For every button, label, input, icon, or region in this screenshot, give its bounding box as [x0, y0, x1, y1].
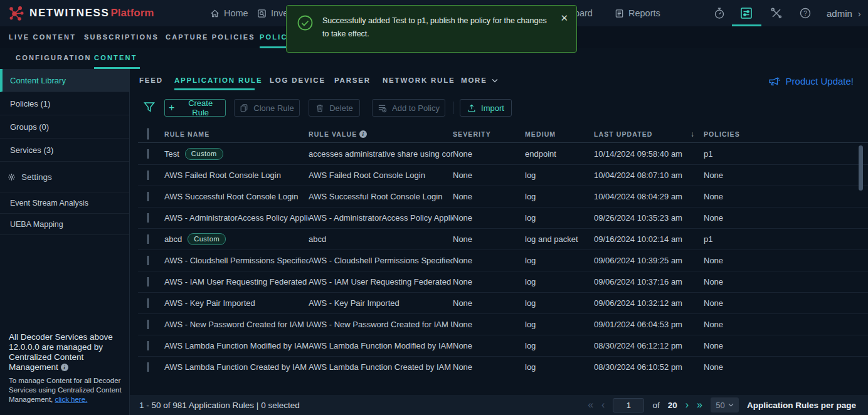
rule-name: AWS - New Password Created for IAM User [164, 320, 309, 329]
nav-home[interactable]: Home [210, 0, 248, 26]
filter-icon[interactable] [143, 102, 156, 113]
tab-log-device[interactable]: LOG DEVICE [270, 71, 326, 90]
rule-medium: log [525, 320, 594, 329]
sidebar-item-event-stream-analysis[interactable]: Event Stream Analysis [0, 192, 129, 214]
click-here-link[interactable]: click here. [55, 396, 88, 403]
rule-medium: log [525, 362, 594, 372]
help-icon[interactable]: ? [798, 0, 812, 26]
reports-icon [615, 9, 624, 18]
row-checkbox[interactable] [147, 171, 149, 180]
row-checkbox[interactable] [147, 213, 149, 223]
rule-medium: log [525, 213, 594, 223]
col-policies[interactable]: POLICIES [704, 130, 868, 138]
table-row[interactable]: AWS - AdministratorAccess Policy Applied… [138, 208, 868, 229]
page-size-select[interactable]: 50 [711, 397, 739, 412]
user-menu-admin[interactable]: admin › [827, 0, 861, 26]
nav-reports[interactable]: Reports [615, 0, 660, 26]
success-toast: Successfully added Test to p1, publish t… [286, 5, 577, 53]
import-button[interactable]: Import [460, 99, 512, 117]
rule-name: Test [164, 149, 179, 159]
tab-application-rule[interactable]: APPLICATION RULE [174, 71, 262, 90]
nav-content[interactable]: CONTENT [94, 48, 137, 69]
table-row[interactable]: AWS - Cloudshell Permissions Specified i… [138, 250, 868, 271]
nav-live-content[interactable]: LIVE CONTENT [9, 26, 76, 48]
page-number-input[interactable] [613, 398, 644, 412]
clone-rule-button[interactable]: Clone Rule [234, 99, 300, 117]
nav-configuration[interactable]: CONFIGURATION [16, 48, 92, 69]
chevron-down-icon [728, 403, 734, 407]
row-checkbox[interactable] [147, 277, 149, 286]
col-severity[interactable]: SEVERITY [453, 130, 525, 138]
product-update-link[interactable]: Product Update! [768, 73, 854, 89]
rule-name: AWS Lambda Function Modified by IAM User [164, 341, 309, 350]
row-checkbox[interactable] [147, 234, 149, 244]
toolbar-separator [453, 102, 453, 114]
create-rule-button[interactable]: + Create Rule [164, 99, 226, 117]
first-page-button[interactable]: « [588, 399, 593, 411]
of-label: of [652, 401, 659, 410]
col-last-updated[interactable]: LAST UPDATED↓ [594, 130, 704, 139]
table-row[interactable]: AWS Lambda Function Modified by IAM User… [138, 335, 868, 357]
rule-policies: None [704, 341, 868, 350]
rule-value: AWS - New Password Created for IAM User [309, 320, 453, 329]
tab-more[interactable]: MORE [461, 71, 498, 90]
col-rule-name[interactable]: RULE NAME [164, 130, 309, 138]
tab-parser[interactable]: PARSER [334, 71, 371, 90]
next-page-button[interactable]: › [685, 399, 689, 411]
sidebar-item-ueba-mapping[interactable]: UEBA Mapping [0, 214, 129, 235]
custom-badge: Custom [188, 233, 226, 245]
sidebar-item-policies[interactable]: Policies (1) [0, 92, 129, 115]
info-icon: i [359, 130, 367, 138]
tools-icon[interactable] [770, 0, 783, 26]
sidebar-item-services[interactable]: Services (3) [0, 139, 129, 162]
decoder-note-title: All Decoder Services above 12.0.0.0 are … [9, 332, 124, 372]
vertical-scrollbar-thumb[interactable] [859, 145, 863, 191]
sidebar-item-groups[interactable]: Groups (0) [0, 115, 129, 139]
rule-severity: None [453, 277, 525, 286]
table-row[interactable]: abcdCustom abcd None log and packet 09/1… [138, 229, 868, 250]
tab-network-rule[interactable]: NETWORK RULE [383, 71, 455, 90]
decoder-note: All Decoder Services above 12.0.0.0 are … [9, 332, 124, 404]
row-checkbox[interactable] [147, 192, 149, 201]
tab-feed[interactable]: FEED [139, 71, 163, 90]
row-checkbox[interactable] [147, 256, 149, 265]
netwitness-logo-icon [8, 5, 24, 21]
table-row[interactable]: AWS Lambda Function Created by IAM User … [138, 357, 868, 373]
table-row[interactable]: AWS - Key Pair Imported AWS - Key Pair I… [138, 293, 868, 314]
add-to-policy-icon [378, 103, 387, 113]
sort-desc-icon[interactable]: ↓ [691, 130, 695, 139]
delete-button[interactable]: Delete [309, 99, 360, 117]
last-page-button[interactable]: » [697, 399, 702, 411]
row-checkbox[interactable] [147, 362, 149, 372]
nav-capture-policies[interactable]: CAPTURE POLICIES [166, 26, 255, 48]
table-row[interactable]: AWS Failed Root Console Login AWS Failed… [138, 165, 868, 186]
rule-policies: p1 [704, 149, 868, 159]
close-icon[interactable]: ✕ [560, 13, 568, 24]
table-row[interactable]: AWS - New Password Created for IAM User … [138, 314, 868, 335]
rule-value: AWS Lambda Function Modified by IAM User [309, 341, 453, 350]
rule-value: abcd [309, 234, 453, 244]
prev-page-button[interactable]: ‹ [601, 399, 605, 411]
add-to-policy-button[interactable]: Add to Policy [372, 99, 445, 117]
rule-policies: None [704, 213, 868, 223]
row-checkbox[interactable] [147, 298, 149, 308]
springboard-sliders-icon[interactable] [739, 0, 754, 26]
stopwatch-icon[interactable] [712, 0, 726, 26]
select-all-checkbox[interactable] [147, 128, 149, 140]
rule-medium: log [525, 277, 594, 286]
success-check-icon [297, 14, 314, 45]
row-checkbox[interactable] [147, 149, 149, 159]
row-checkbox[interactable] [147, 320, 149, 329]
rule-value: AWS - Cloudshell Permissions Specified i… [309, 256, 453, 265]
sidebar-item-content-library[interactable]: Content Library [0, 69, 129, 92]
rule-name: AWS Successful Root Console Login [164, 192, 298, 201]
table-row[interactable]: TestCustom accesses administrative share… [138, 144, 868, 165]
col-medium[interactable]: MEDIUM [525, 130, 594, 138]
nav-subscriptions[interactable]: SUBSCRIPTIONS [84, 26, 159, 48]
row-checkbox[interactable] [147, 341, 149, 350]
rule-value: AWS - Key Pair Imported [309, 298, 453, 308]
upload-icon [467, 103, 476, 113]
table-row[interactable]: AWS - IAM User Requesting Federated Toke… [138, 271, 868, 293]
table-row[interactable]: AWS Successful Root Console Login AWS Su… [138, 186, 868, 208]
col-rule-value[interactable]: RULE VALUE i [309, 130, 453, 138]
